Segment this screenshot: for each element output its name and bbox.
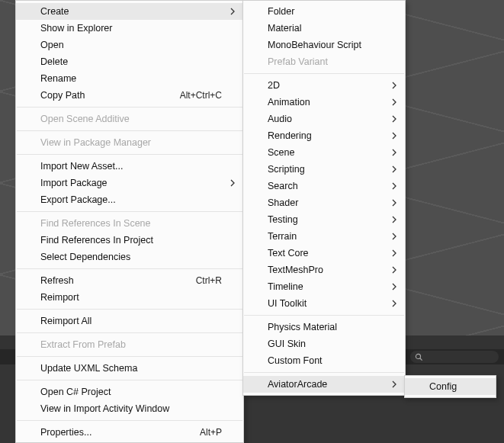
chevron-right-icon: [392, 245, 397, 262]
menu-item-shortcut: Alt+P: [185, 424, 222, 441]
menu-item-config[interactable]: Config: [405, 378, 496, 395]
menu-separator: [17, 420, 242, 421]
menu-item-label: Extract From Prefab: [40, 336, 126, 353]
menu-separator: [17, 107, 242, 108]
menu-item-create[interactable]: Create: [16, 3, 243, 20]
menu-separator: [17, 154, 242, 155]
menu-item-label: MonoBehaviour Script: [268, 37, 361, 53]
menu-item-ui-toolkit[interactable]: UI Toolkit: [243, 295, 405, 312]
menu-item-copy-path[interactable]: Copy PathAlt+Ctrl+C: [16, 87, 243, 104]
menu-item-label: Rename: [40, 70, 76, 87]
chevron-right-icon: [392, 94, 397, 111]
menu-item-label: Testing: [268, 211, 298, 228]
menu-item-testing[interactable]: Testing: [243, 211, 405, 228]
menu-item-physics-material[interactable]: Physics Material: [243, 319, 405, 335]
menu-item-label: Import Package: [40, 175, 108, 191]
menu-item-label: Text Core: [268, 245, 309, 262]
menu-item-open[interactable]: Open: [16, 37, 243, 53]
context-menu-create: FolderMaterialMonoBehaviour ScriptPrefab…: [242, 0, 406, 396]
menu-item-label: Refresh: [40, 272, 74, 289]
chevron-right-icon: [392, 262, 397, 278]
menu-item-scene[interactable]: Scene: [243, 144, 405, 161]
search-input[interactable]: [410, 351, 499, 363]
svg-point-0: [416, 354, 420, 358]
menu-item-label: Delete: [40, 53, 68, 70]
menu-item-view-in-package-manager: View in Package Manager: [16, 134, 243, 151]
menu-item-label: Open C# Project: [40, 384, 111, 400]
menu-item-import-new-asset[interactable]: Import New Asset...: [16, 158, 243, 175]
menu-item-select-dependencies[interactable]: Select Dependencies: [16, 249, 243, 265]
menu-item-label: Open Scene Additive: [40, 111, 130, 127]
menu-item-2d[interactable]: 2D: [243, 77, 405, 94]
menu-item-audio[interactable]: Audio: [243, 111, 405, 127]
menu-item-search[interactable]: Search: [243, 178, 405, 194]
menu-item-label: Shader: [268, 194, 298, 211]
chevron-right-icon: [392, 194, 397, 211]
menu-item-monobehaviour-script[interactable]: MonoBehaviour Script: [243, 37, 405, 53]
menu-item-label: Material: [268, 20, 301, 37]
menu-item-gui-skin[interactable]: GUI Skin: [243, 335, 405, 352]
chevron-right-icon: [392, 178, 397, 194]
menu-item-view-in-import-activity-window[interactable]: View in Import Activity Window: [16, 400, 243, 417]
menu-item-label: Select Dependencies: [40, 249, 130, 265]
menu-item-label: Terrain: [268, 228, 297, 245]
chevron-right-icon: [392, 295, 397, 312]
menu-item-label: View in Package Manager: [40, 134, 151, 151]
menu-item-label: Show in Explorer: [40, 20, 113, 37]
menu-item-terrain[interactable]: Terrain: [243, 228, 405, 245]
menu-item-extract-from-prefab: Extract From Prefab: [16, 336, 243, 353]
menu-item-label: Reimport All: [40, 313, 91, 329]
menu-item-rename[interactable]: Rename: [16, 70, 243, 87]
menu-item-label: Timeline: [268, 278, 303, 295]
chevron-right-icon: [392, 127, 397, 144]
menu-item-label: Import New Asset...: [40, 158, 123, 175]
menu-separator: [17, 332, 242, 333]
menu-item-reimport[interactable]: Reimport: [16, 289, 243, 306]
menu-item-label: Physics Material: [268, 319, 337, 335]
menu-item-open-c-project[interactable]: Open C# Project: [16, 384, 243, 400]
menu-item-material[interactable]: Material: [243, 20, 405, 37]
menu-item-label: Reimport: [40, 289, 79, 306]
menu-item-aviatorarcade[interactable]: AviatorArcade: [243, 376, 405, 393]
menu-item-label: Update UXML Schema: [40, 360, 137, 377]
menu-item-text-core[interactable]: Text Core: [243, 245, 405, 262]
menu-item-label: Animation: [268, 94, 310, 111]
menu-item-folder[interactable]: Folder: [243, 3, 405, 20]
menu-item-label: Copy Path: [40, 87, 85, 104]
menu-item-label: TextMeshPro: [268, 262, 323, 278]
menu-item-find-references-in-project[interactable]: Find References In Project: [16, 232, 243, 249]
menu-item-label: Search: [268, 178, 298, 194]
menu-item-properties[interactable]: Properties...Alt+P: [16, 424, 243, 441]
chevron-right-icon: [392, 77, 397, 94]
menu-item-animation[interactable]: Animation: [243, 94, 405, 111]
chevron-right-icon: [230, 3, 236, 20]
menu-item-textmeshpro[interactable]: TextMeshPro: [243, 262, 405, 278]
context-menu-primary: CreateShow in ExplorerOpenDeleteRenameCo…: [15, 0, 244, 443]
menu-item-refresh[interactable]: RefreshCtrl+R: [16, 272, 243, 289]
menu-item-import-package[interactable]: Import Package: [16, 175, 243, 191]
menu-item-shader[interactable]: Shader: [243, 194, 405, 211]
menu-item-delete[interactable]: Delete: [16, 53, 243, 70]
menu-item-label: Find References In Scene: [40, 215, 151, 232]
menu-item-update-uxml-schema[interactable]: Update UXML Schema: [16, 360, 243, 377]
menu-item-export-package[interactable]: Export Package...: [16, 191, 243, 208]
menu-item-label: Properties...: [40, 424, 91, 441]
menu-item-rendering[interactable]: Rendering: [243, 127, 405, 144]
context-menu-aviatorarcade: Config: [404, 375, 496, 398]
menu-item-timeline[interactable]: Timeline: [243, 278, 405, 295]
chevron-right-icon: [392, 144, 397, 161]
menu-separator: [17, 211, 242, 212]
menu-separator: [244, 315, 404, 316]
menu-item-custom-font[interactable]: Custom Font: [243, 352, 405, 369]
menu-item-label: Prefab Variant: [268, 53, 328, 70]
menu-item-show-in-explorer[interactable]: Show in Explorer: [16, 20, 243, 37]
menu-item-label: View in Import Activity Window: [40, 400, 169, 417]
menu-separator: [17, 268, 242, 269]
menu-item-scripting[interactable]: Scripting: [243, 161, 405, 178]
chevron-right-icon: [392, 111, 397, 127]
svg-line-1: [420, 358, 422, 361]
menu-item-label: 2D: [268, 77, 280, 94]
menu-item-label: AviatorArcade: [268, 376, 327, 393]
menu-item-reimport-all[interactable]: Reimport All: [16, 313, 243, 329]
menu-separator: [17, 309, 242, 310]
